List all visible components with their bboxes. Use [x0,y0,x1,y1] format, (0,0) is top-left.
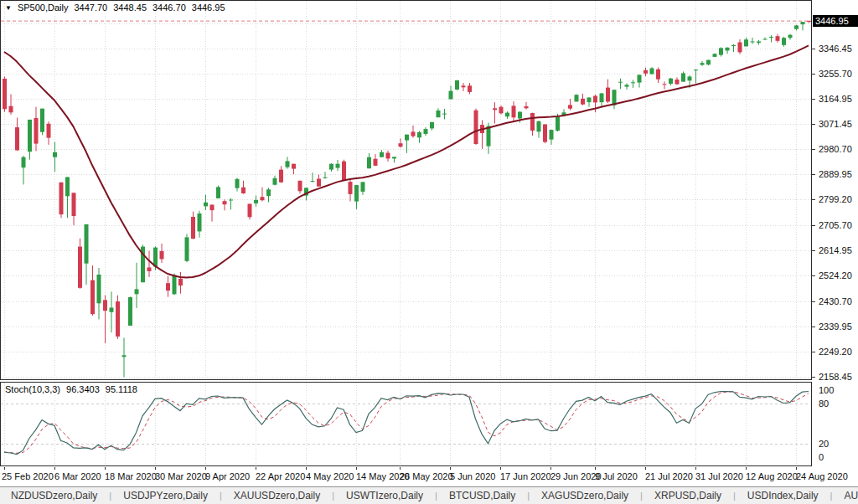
time-axis-tick [54,467,55,470]
price-axis-tick [812,49,815,49]
price-axis-label: 2249.20 [819,347,852,357]
date-label: 30 Mar 2020 [155,471,207,481]
date-label: 9 Apr 2020 [205,471,250,481]
chart-tab-bar: NZDUSDzero,Daily|USDJPYzero,Daily|XAUUSD… [0,486,858,504]
symbol-dropdown-icon[interactable]: ▼ [5,3,12,13]
price-axis-label: 2339.95 [819,321,852,332]
price-axis-label: 2524.20 [819,270,852,280]
price-axis-label: 2430.70 [819,296,852,306]
time-axis-tick [256,467,256,470]
price-axis-tick [812,174,815,175]
stoch-axis-label: 100 [819,385,834,395]
price-axis-label: 3164.95 [819,94,852,104]
ohlc-open: 3447.70 [74,3,107,13]
price-chart-svg[interactable] [1,1,811,379]
price-axis-label: 2799.20 [819,194,852,204]
time-axis-tick [155,467,156,470]
time-axis-tick [4,467,5,470]
ohlc-high: 3448.45 [113,3,147,13]
date-label: 12 Aug 2020 [746,471,798,481]
date-label: 31 Jul 2020 [695,471,743,481]
stoch-axis-label: 80 [819,399,829,409]
price-axis[interactable]: 3446.95 3346.453255.703164.953071.452980… [812,0,858,467]
stoch-main-line [4,392,809,455]
time-axis-tick [695,467,696,470]
time-axis-tick [356,467,357,470]
symbol-label: SP500,Daily [18,3,69,13]
price-axis-tick [812,301,815,302]
stoch-label: Stoch(10,3,3) [5,384,60,394]
chart-tab-xauusdzero[interactable]: XAUUSDzero,Daily [223,487,331,504]
chart-tab-usdindex[interactable]: USDIndex,Daily [737,487,830,504]
price-axis-label: 2980.70 [819,144,852,154]
price-axis-tick [812,225,815,226]
price-chart-panel[interactable] [0,0,812,380]
date-label: 24 Aug 2020 [796,471,848,481]
price-axis-tick [812,199,815,200]
price-axis-label: 3071.45 [819,119,852,129]
price-axis-label: 2705.70 [819,220,852,230]
chart-tab-btcusd[interactable]: BTCUSD,Daily [438,487,526,504]
grid-lines [1,1,811,379]
current-price-badge: 3446.95 [813,15,858,27]
date-label: 29 Jun 2020 [550,471,602,481]
date-label: 17 Jun 2020 [500,471,551,481]
stoch-main-value: 96.3403 [66,384,100,394]
date-label: 22 Apr 2020 [256,471,305,481]
time-axis-tick [450,467,451,470]
chart-tab-au200[interactable]: AU200,Daily [833,487,858,504]
chart-tab-uswtizero[interactable]: USWTIzero,Daily [335,487,434,504]
time-axis-tick [400,467,401,470]
time-axis-tick [550,467,551,470]
date-label: 6 Mar 2020 [54,471,101,481]
price-axis-tick [812,377,815,378]
chart-tab-usdjpyzero[interactable]: USDJPYzero,Daily [112,487,219,504]
stoch-indicator-svg[interactable] [1,383,811,465]
price-axis-label: 3255.70 [819,69,852,79]
stoch-indicator-header: Stoch(10,3,3) 96.3403 95.1118 [5,384,137,394]
stoch-axis-label: 20 [819,439,829,449]
stoch-axis-label: 0 [819,452,824,462]
time-axis-tick [500,467,501,470]
ohlc-close: 3446.95 [192,3,225,13]
price-axis-tick [812,275,815,276]
stoch-signal-value: 95.1118 [106,384,137,394]
price-axis-tick [812,99,815,100]
price-axis-tick [812,250,815,251]
price-axis-label: 2889.95 [819,169,852,179]
chart-window: ▼ SP500,Daily 3447.70 3448.45 3446.70 34… [0,0,858,504]
chart-tab-xrpusd[interactable]: XRPUSD,Daily [644,487,732,504]
price-axis-tick [812,327,815,327]
price-axis-label: 2614.95 [819,245,852,255]
price-axis-tick [812,149,815,150]
price-axis-tick [812,352,815,352]
price-axis-tick [812,74,815,75]
price-axis-label: 3346.45 [819,44,852,54]
time-axis[interactable]: 25 Feb 20206 Mar 202018 Mar 202030 Mar 2… [0,467,858,486]
chart-symbol-header: ▼ SP500,Daily 3447.70 3448.45 3446.70 34… [5,3,225,13]
date-label: 25 Feb 2020 [2,471,54,481]
date-label: 21 Jul 2020 [645,471,693,481]
time-axis-tick [746,467,747,470]
time-axis-tick [205,467,206,470]
date-label: 4 May 2020 [306,471,354,481]
date-label: 9 Jul 2020 [595,471,638,481]
stoch-indicator-panel[interactable] [0,382,812,466]
price-axis-tick [812,124,815,125]
time-axis-tick [595,467,596,470]
date-label: 5 Jun 2020 [450,471,495,481]
time-axis-tick [105,467,106,470]
ohlc-low: 3446.70 [152,3,186,13]
date-label: 26 May 2020 [400,471,453,481]
chart-tab-nzdusdzero[interactable]: NZDUSDzero,Daily [0,487,108,504]
time-axis-tick [306,467,307,470]
time-axis-tick [796,467,797,470]
time-axis-tick [645,467,646,470]
date-label: 18 Mar 2020 [105,471,157,481]
chart-tab-xagusdzero[interactable]: XAGUSDzero,Daily [530,487,639,504]
price-axis-label: 2158.45 [819,372,852,382]
